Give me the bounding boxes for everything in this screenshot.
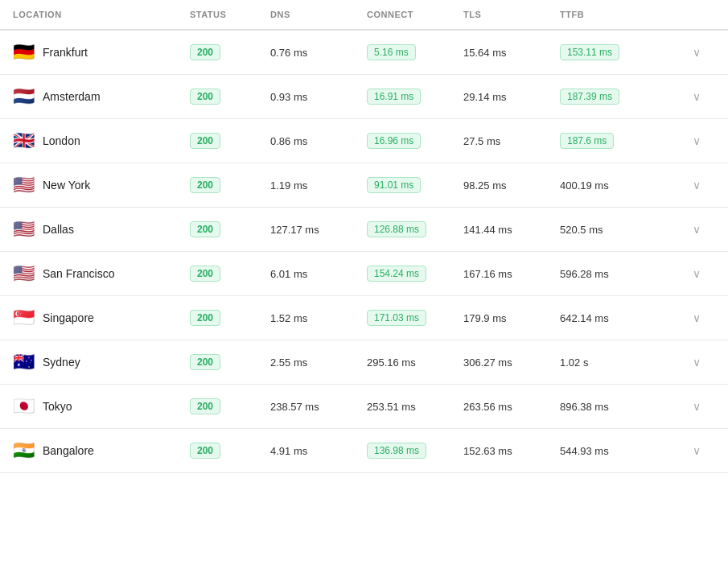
tls-frankfurt: 15.64 ms <box>463 47 560 59</box>
location-cell-sydney: 🇦🇺Sydney <box>13 353 190 371</box>
table-row-tokyo[interactable]: 🇯🇵Tokyo200238.57 ms253.51 ms263.56 ms896… <box>0 385 728 429</box>
table-body: 🇩🇪Frankfurt2000.76 ms5.16 ms15.64 ms153.… <box>0 31 728 473</box>
location-name-amsterdam: Amsterdam <box>43 90 101 103</box>
table-row-san-francisco[interactable]: 🇺🇸San Francisco2006.01 ms154.24 ms167.16… <box>0 252 728 296</box>
connect-sydney: 295.16 ms <box>367 356 463 369</box>
location-cell-san-francisco: 🇺🇸San Francisco <box>13 265 190 282</box>
status-badge-bangalore: 200 <box>190 443 220 459</box>
status-cell-bangalore: 200 <box>190 443 270 459</box>
connect-london: 16.96 ms <box>367 133 463 149</box>
dns-singapore: 1.52 ms <box>270 312 367 324</box>
location-cell-frankfurt: 🇩🇪Frankfurt <box>13 43 190 61</box>
status-badge-amsterdam: 200 <box>190 89 220 105</box>
status-badge-london: 200 <box>190 133 220 149</box>
expand-chevron-new-york[interactable]: ∨ <box>693 179 701 192</box>
location-cell-bangalore: 🇮🇳Bangalore <box>13 442 190 459</box>
location-cell-dallas: 🇺🇸Dallas <box>13 220 190 238</box>
expand-chevron-amsterdam[interactable]: ∨ <box>693 90 701 103</box>
ttfb-frankfurt: 153.11 ms <box>560 44 672 60</box>
tls-tokyo: 263.56 ms <box>463 401 560 413</box>
tls-london: 27.5 ms <box>463 135 560 147</box>
ttfb-singapore: 642.14 ms <box>560 312 672 324</box>
tls-singapore: 179.9 ms <box>463 312 560 324</box>
ttfb-dallas: 520.5 ms <box>560 224 672 236</box>
expand-chevron-london[interactable]: ∨ <box>693 134 701 147</box>
tls-dallas: 141.44 ms <box>463 224 560 236</box>
expand-chevron-frankfurt[interactable]: ∨ <box>693 46 701 59</box>
location-cell-new-york: 🇺🇸New York <box>13 176 190 194</box>
flag-singapore: 🇸🇬 <box>13 309 35 327</box>
location-cell-tokyo: 🇯🇵Tokyo <box>13 398 190 415</box>
expand-chevron-sydney[interactable]: ∨ <box>693 356 701 369</box>
flag-bangalore: 🇮🇳 <box>13 442 35 459</box>
connect-tokyo: 253.51 ms <box>367 401 463 413</box>
status-cell-amsterdam: 200 <box>190 89 270 105</box>
location-name-tokyo: Tokyo <box>43 400 72 413</box>
dns-sydney: 2.55 ms <box>270 356 367 369</box>
ttfb-san-francisco: 596.28 ms <box>560 268 672 280</box>
status-cell-frankfurt: 200 <box>190 44 270 60</box>
header-col-4: TLS <box>463 10 560 19</box>
expand-chevron-tokyo[interactable]: ∨ <box>693 400 701 413</box>
location-name-london: London <box>43 134 80 147</box>
expand-chevron-bangalore[interactable]: ∨ <box>693 444 701 457</box>
status-badge-tokyo: 200 <box>190 398 220 414</box>
status-badge-frankfurt: 200 <box>190 44 220 60</box>
status-cell-london: 200 <box>190 133 270 149</box>
connect-new-york: 91.01 ms <box>367 177 463 193</box>
table-header: LOCATIONSTATUSDNSCONNECTTLSTTFB <box>0 0 728 31</box>
flag-frankfurt: 🇩🇪 <box>13 43 35 61</box>
flag-tokyo: 🇯🇵 <box>13 398 35 415</box>
location-name-new-york: New York <box>43 179 90 192</box>
dns-amsterdam: 0.93 ms <box>270 91 367 103</box>
ttfb-tokyo: 896.38 ms <box>560 401 672 413</box>
tls-amsterdam: 29.14 ms <box>463 91 560 103</box>
table-row-new-york[interactable]: 🇺🇸New York2001.19 ms91.01 ms98.25 ms400.… <box>0 163 728 208</box>
tls-new-york: 98.25 ms <box>463 179 560 192</box>
location-name-san-francisco: San Francisco <box>43 267 114 280</box>
status-badge-san-francisco: 200 <box>190 266 220 282</box>
header-col-5: TTFB <box>560 10 672 19</box>
status-cell-new-york: 200 <box>190 177 270 193</box>
dns-bangalore: 4.91 ms <box>270 445 367 457</box>
dns-london: 0.86 ms <box>270 135 367 147</box>
flag-amsterdam: 🇳🇱 <box>13 88 35 105</box>
expand-chevron-san-francisco[interactable]: ∨ <box>693 267 701 280</box>
table-row-frankfurt[interactable]: 🇩🇪Frankfurt2000.76 ms5.16 ms15.64 ms153.… <box>0 31 728 75</box>
location-name-singapore: Singapore <box>43 311 94 324</box>
connect-singapore: 171.03 ms <box>367 310 463 326</box>
dns-tokyo: 238.57 ms <box>270 401 367 413</box>
table-row-amsterdam[interactable]: 🇳🇱Amsterdam2000.93 ms16.91 ms29.14 ms187… <box>0 75 728 119</box>
table-row-singapore[interactable]: 🇸🇬Singapore2001.52 ms171.03 ms179.9 ms64… <box>0 296 728 340</box>
header-col-6 <box>672 10 721 19</box>
table-row-sydney[interactable]: 🇦🇺Sydney2002.55 ms295.16 ms306.27 ms1.02… <box>0 340 728 385</box>
table-row-bangalore[interactable]: 🇮🇳Bangalore2004.91 ms136.98 ms152.63 ms5… <box>0 429 728 473</box>
flag-london: 🇬🇧 <box>13 132 35 150</box>
status-badge-new-york: 200 <box>190 177 220 193</box>
ttfb-sydney: 1.02 s <box>560 356 672 369</box>
status-cell-singapore: 200 <box>190 310 270 326</box>
dns-frankfurt: 0.76 ms <box>270 47 367 59</box>
flag-new-york: 🇺🇸 <box>13 176 35 194</box>
ttfb-new-york: 400.19 ms <box>560 179 672 192</box>
tls-bangalore: 152.63 ms <box>463 445 560 457</box>
table-row-london[interactable]: 🇬🇧London2000.86 ms16.96 ms27.5 ms187.6 m… <box>0 119 728 163</box>
table-row-dallas[interactable]: 🇺🇸Dallas200127.17 ms126.88 ms141.44 ms52… <box>0 208 728 252</box>
status-badge-sydney: 200 <box>190 354 220 370</box>
connect-frankfurt: 5.16 ms <box>367 44 463 60</box>
dns-dallas: 127.17 ms <box>270 224 367 236</box>
dns-new-york: 1.19 ms <box>270 179 367 192</box>
flag-san-francisco: 🇺🇸 <box>13 265 35 282</box>
header-col-0: LOCATION <box>13 10 190 19</box>
flag-sydney: 🇦🇺 <box>13 353 35 371</box>
location-name-dallas: Dallas <box>43 223 74 236</box>
expand-chevron-singapore[interactable]: ∨ <box>693 311 701 324</box>
status-cell-sydney: 200 <box>190 354 270 370</box>
header-col-2: DNS <box>270 10 367 19</box>
location-name-sydney: Sydney <box>43 356 80 369</box>
expand-chevron-dallas[interactable]: ∨ <box>693 223 701 236</box>
header-col-3: CONNECT <box>367 10 463 19</box>
dns-san-francisco: 6.01 ms <box>270 268 367 280</box>
tls-sydney: 306.27 ms <box>463 356 560 369</box>
status-cell-dallas: 200 <box>190 221 270 237</box>
